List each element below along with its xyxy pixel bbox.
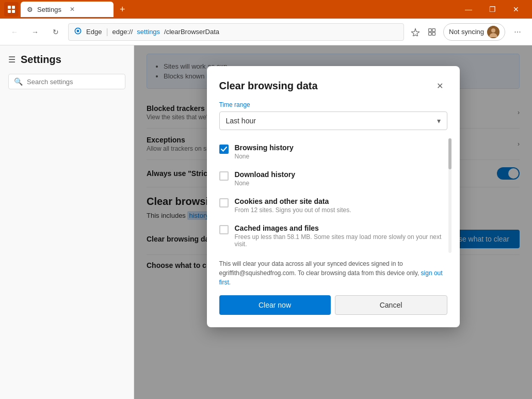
address-scheme: edge://	[112, 28, 133, 36]
cancel-button[interactable]: Cancel	[335, 295, 447, 315]
address-bar-input[interactable]: Edge | edge://settings/clearBrowserData	[68, 23, 404, 41]
checkbox-item-download: Download history None	[219, 165, 445, 192]
cookies-title: Cookies and other site data	[235, 197, 351, 205]
settings-header: ☰ Settings	[0, 54, 134, 74]
address-separator: |	[106, 27, 108, 37]
time-range-select[interactable]: Last hour ▾	[219, 111, 447, 130]
browsing-text: Browsing history None	[235, 143, 294, 160]
download-text: Download history None	[235, 170, 295, 187]
modal-header: Clear browsing data ✕	[219, 78, 447, 93]
checkbox-item-cookies: Cookies and other site data From 12 site…	[219, 192, 445, 219]
browsing-title: Browsing history	[235, 143, 294, 152]
time-range-label: Time range	[219, 101, 447, 108]
main-content: ☰ Settings 🔍 Sites will work as exp... B…	[0, 45, 532, 399]
browsing-desc: None	[235, 153, 294, 160]
sync-notice: This will clear your data across all you…	[219, 259, 447, 287]
settings-search-container: 🔍	[8, 74, 125, 89]
address-bar: ← → ↻ Edge | edge://settings/clearBrowse…	[0, 19, 532, 45]
not-syncing-label: Not syncing	[449, 28, 484, 36]
more-options-button[interactable]: ···	[509, 24, 526, 40]
minimize-button[interactable]: —	[457, 0, 480, 19]
search-icon: 🔍	[14, 77, 23, 86]
modal-footer: Clear now Cancel	[219, 295, 447, 315]
address-bar-icons	[408, 25, 439, 39]
tab-close-button[interactable]: ✕	[70, 6, 75, 13]
cached-title: Cached images and files	[235, 224, 445, 232]
time-range-chevron-icon: ▾	[437, 117, 441, 125]
scroll-thumb	[448, 138, 452, 169]
download-title: Download history	[235, 170, 295, 179]
time-range-value: Last hour	[226, 117, 256, 125]
download-checkbox[interactable]	[219, 171, 229, 181]
download-desc: None	[235, 180, 295, 187]
svg-rect-3	[12, 10, 15, 13]
cookies-desc: From 12 sites. Signs you out of most sit…	[235, 206, 351, 214]
scroll-track	[448, 138, 452, 253]
browsing-checkbox[interactable]	[219, 145, 229, 154]
close-button[interactable]: ✕	[504, 0, 528, 19]
tab-settings-label: Settings	[37, 6, 61, 13]
cached-checkbox[interactable]	[219, 225, 229, 234]
settings-page-title: Settings	[21, 54, 61, 66]
title-bar: ⚙ Settings ✕ + — ❐ ✕	[0, 0, 532, 19]
checkbox-item-cached: Cached images and files Frees up less th…	[219, 219, 445, 253]
back-button[interactable]: ←	[6, 24, 23, 40]
svg-rect-7	[432, 32, 436, 35]
hamburger-icon[interactable]: ☰	[8, 55, 15, 65]
cached-text: Cached images and files Frees up less th…	[235, 224, 445, 248]
edge-label: Edge	[86, 28, 102, 36]
settings-tab[interactable]: ⚙ Settings ✕	[21, 2, 114, 17]
clear-now-button[interactable]: Clear now	[219, 295, 331, 315]
svg-rect-5	[432, 28, 436, 31]
collections-icon[interactable]	[425, 25, 439, 39]
restore-button[interactable]: ❐	[480, 0, 504, 19]
checkbox-list-container: Browsing history None Download history N…	[219, 138, 447, 253]
profile-avatar	[487, 26, 499, 38]
modal-title: Clear browsing data	[219, 80, 318, 92]
modal-close-button[interactable]: ✕	[433, 78, 447, 93]
address-highlight: /clearBrowserData	[164, 28, 219, 36]
svg-rect-0	[8, 6, 11, 9]
settings-search-input[interactable]	[27, 78, 120, 86]
app-icon	[4, 2, 19, 17]
tab-settings-icon: ⚙	[27, 6, 33, 13]
window-controls: — ❐ ✕	[457, 0, 528, 19]
svg-rect-2	[8, 10, 11, 13]
content-area: Sites will work as exp... Blocks known h…	[134, 45, 532, 399]
new-tab-button[interactable]: +	[116, 2, 130, 17]
edge-logo-icon	[74, 27, 82, 37]
profile-button[interactable]: Not syncing	[443, 23, 505, 41]
title-bar-left: ⚙ Settings ✕ +	[4, 2, 130, 17]
forward-button[interactable]: →	[27, 24, 43, 40]
clear-browsing-modal: Clear browsing data ✕ Time range Last ho…	[207, 66, 460, 327]
checkbox-item-browsing: Browsing history None	[219, 138, 445, 165]
svg-rect-4	[429, 28, 432, 31]
svg-rect-1	[12, 6, 15, 9]
cookies-text: Cookies and other site data From 12 site…	[235, 197, 351, 214]
sidebar: ☰ Settings 🔍	[0, 45, 134, 399]
modal-overlay: Clear browsing data ✕ Time range Last ho…	[134, 45, 532, 399]
favorite-icon[interactable]	[408, 25, 423, 39]
sync-notice-text: This will clear your data across all you…	[219, 260, 421, 277]
cached-desc: Frees up less than 58.1 MB. Some sites m…	[235, 233, 445, 248]
checkbox-list: Browsing history None Download history N…	[219, 138, 447, 253]
cookies-checkbox[interactable]	[219, 198, 229, 208]
svg-point-9	[491, 28, 495, 33]
svg-rect-6	[429, 32, 432, 35]
address-path: settings	[137, 28, 160, 36]
refresh-button[interactable]: ↻	[47, 24, 64, 40]
